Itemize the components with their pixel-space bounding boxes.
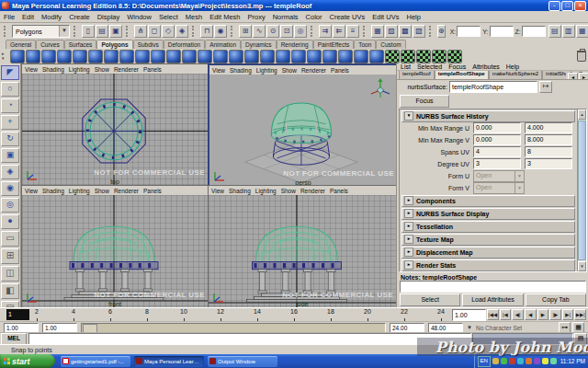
group-collapser[interactable] — [192, 26, 197, 37]
current-frame-marker[interactable]: 1 — [6, 309, 29, 320]
go-to-start-button[interactable]: |◀◀ — [487, 309, 499, 320]
poly-helix-icon[interactable] — [151, 50, 165, 63]
character-set-menu-icon[interactable]: ▼ — [467, 325, 472, 330]
shelf-tab[interactable]: Polygons — [96, 40, 132, 49]
expand-arrow-icon[interactable]: ▸ — [404, 235, 413, 244]
uv-checker-icon-3[interactable] — [416, 50, 431, 63]
poly-sphere-icon[interactable] — [10, 50, 25, 63]
shelf-tab[interactable]: Dynamics — [241, 40, 277, 49]
current-time-field[interactable]: 1.00 — [452, 309, 486, 321]
poly-bevel-icon[interactable] — [244, 50, 259, 63]
attribute-value-field[interactable]: 3 — [473, 158, 521, 169]
menu-item[interactable]: Create UVs — [330, 13, 366, 21]
animation-start-field[interactable]: 1.00 — [4, 323, 39, 333]
viewport-menu-item[interactable]: Renderer — [301, 67, 326, 74]
viewport-canvas-side[interactable]: NOT FOR COMMERCIAL USE side — [209, 195, 396, 307]
attribute-value-field[interactable]: 4 — [473, 146, 521, 157]
menu-item[interactable]: Mesh — [186, 13, 202, 21]
frame-tick[interactable]: 12 — [215, 308, 226, 322]
poly-platonic-icon[interactable] — [182, 50, 197, 63]
shelf-tab[interactable]: Animation — [205, 40, 241, 49]
expand-arrow-icon[interactable]: ▸ — [404, 247, 413, 257]
close-button[interactable]: × — [574, 1, 586, 11]
menu-item[interactable]: Select — [159, 13, 178, 21]
task-maya-button[interactable]: Maya Personal Learni... — [134, 356, 204, 367]
viewport-menu-item[interactable]: View — [25, 188, 38, 194]
play-backwards-button[interactable]: ◀ — [525, 309, 537, 320]
shelf-tab[interactable]: Toon — [354, 40, 376, 49]
viewport-menu-item[interactable]: Show — [95, 188, 109, 194]
viewport-menu-item[interactable]: Panels — [143, 66, 162, 73]
menu-item[interactable]: Normals — [273, 13, 299, 21]
viewport-menu-item[interactable]: Renderer — [114, 188, 139, 194]
group-collapser[interactable] — [126, 26, 130, 37]
step-forward-key-button[interactable]: |▶ — [549, 309, 561, 320]
playback-start-field[interactable]: 1.00 — [42, 323, 77, 333]
render-current-frame-icon[interactable]: ▦ — [371, 25, 384, 38]
collapse-arrow-icon[interactable]: ▾ — [404, 111, 413, 121]
frame-tick[interactable]: 24 — [435, 308, 447, 322]
shelf-tab[interactable]: Rendering — [277, 40, 313, 49]
select-by-component-icon[interactable]: ◇ — [162, 25, 175, 38]
viewport-menu-item[interactable]: Lighting — [69, 188, 90, 194]
section-header[interactable]: ▸ Components — [401, 195, 575, 207]
select-by-object-icon[interactable]: ◻ — [148, 25, 161, 38]
selection-mask-icon[interactable]: ⊕ — [437, 25, 446, 38]
poly-pyramid-icon[interactable] — [119, 50, 134, 63]
shelf-tab[interactable]: Curves — [36, 40, 64, 49]
rotate-tool[interactable]: ↻ — [1, 132, 19, 146]
viewport-menu-item[interactable]: View — [211, 188, 224, 194]
frame-tick[interactable]: 20 — [362, 308, 373, 322]
go-to-end-button[interactable]: ▶▶| — [574, 309, 586, 320]
menu-set-selector[interactable]: Polygons ▼ — [12, 25, 70, 38]
scrollbar[interactable]: ▴ ▾ — [577, 109, 586, 271]
viewport-menu-item[interactable]: Panels — [330, 188, 348, 194]
section-header[interactable]: ▸ Render Stats — [401, 259, 575, 271]
select-tool[interactable]: ◤ — [1, 65, 19, 80]
poly-plane-icon[interactable] — [73, 50, 87, 63]
coordinate-input[interactable] — [490, 26, 514, 37]
attribute-value-field[interactable]: 8 — [525, 146, 572, 157]
copy-tab-button[interactable]: Copy Tab — [526, 293, 586, 306]
poly-bridge-icon[interactable] — [260, 50, 275, 63]
poly-combine-icon[interactable] — [276, 50, 290, 63]
expand-arrow-icon[interactable]: ▸ — [404, 196, 413, 205]
frame-tick[interactable]: 18 — [325, 308, 336, 322]
menu-item[interactable]: File — [4, 13, 15, 21]
make-live-icon[interactable]: ◎ — [294, 25, 307, 38]
shelf-tab[interactable]: PaintEffects — [313, 40, 355, 49]
single-pane-layout-button[interactable]: ▭ — [1, 231, 19, 247]
viewport-menu-item[interactable]: Lighting — [69, 66, 90, 73]
frame-tick[interactable]: 22 — [399, 308, 410, 322]
save-scene-icon[interactable]: ▣ — [109, 25, 122, 38]
group-collapser[interactable] — [74, 26, 78, 37]
tray-icon[interactable] — [509, 358, 515, 364]
output-connections-icon[interactable]: ⇇ — [333, 25, 345, 38]
poly-extrude-icon[interactable] — [229, 50, 243, 63]
open-scene-icon[interactable]: ▤ — [96, 25, 108, 38]
shelf-tab[interactable]: General — [6, 40, 36, 49]
soft-modification-tool[interactable]: ◉ — [1, 181, 19, 196]
new-scene-icon[interactable]: ▯ — [82, 25, 95, 38]
universal-manipulator-tool[interactable]: ◈ — [1, 165, 19, 179]
language-indicator[interactable]: EN — [478, 356, 491, 367]
group-collapser[interactable] — [363, 26, 368, 37]
task-pdf-button[interactable]: gettingstarted1.pdf -... — [61, 356, 130, 367]
chevron-down-icon[interactable]: ▼ — [59, 26, 69, 37]
tray-icon[interactable] — [501, 358, 507, 364]
poly-cone-icon[interactable] — [57, 50, 72, 63]
start-button[interactable]: start — [0, 354, 55, 368]
menu-item[interactable]: List — [401, 63, 411, 70]
move-tool[interactable]: + — [1, 115, 19, 130]
poly-prism-icon[interactable] — [104, 50, 119, 63]
select-by-hierarchy-icon[interactable]: ⋔ — [134, 25, 147, 38]
lasso-select-tool[interactable]: ○ — [1, 82, 19, 97]
attribute-editor-toggle-icon[interactable]: ▤ — [548, 25, 561, 38]
poly-append-icon[interactable] — [322, 50, 337, 63]
poly-reduce-icon[interactable] — [213, 50, 228, 63]
poly-mirror-icon[interactable] — [354, 50, 368, 63]
menu-item[interactable]: Create — [69, 13, 90, 21]
channel-box-toggle-icon[interactable]: ▦ — [576, 25, 588, 38]
menu-item[interactable]: Display — [97, 13, 120, 21]
shelf-tab[interactable]: Custom — [376, 40, 405, 49]
